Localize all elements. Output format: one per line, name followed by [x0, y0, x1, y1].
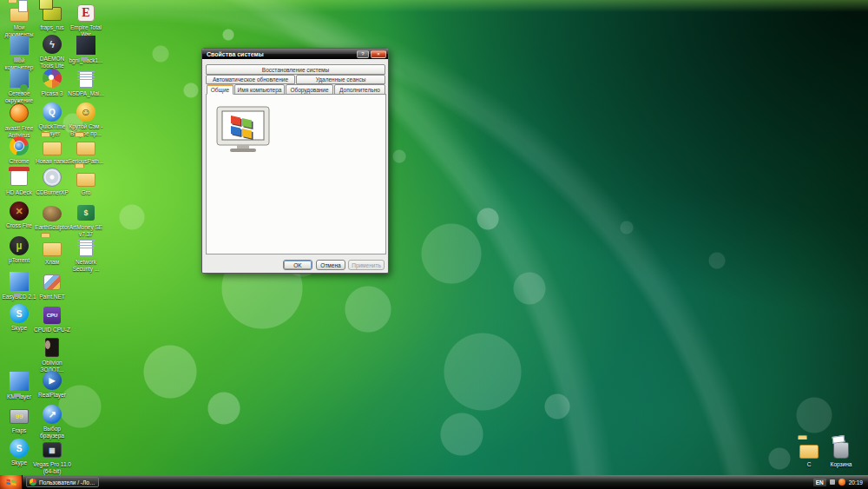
icon-label: Корзина	[822, 461, 860, 468]
desktop-icon-network-security[interactable]: Network Security ...	[67, 236, 105, 272]
cancel-button[interactable]: Отмена	[316, 260, 345, 270]
desktop-icon-bgni-track[interactable]: bgni_track1...	[67, 35, 105, 64]
windows-flag-monitor-graphic	[214, 106, 272, 156]
icon-label: Новая папка	[33, 158, 71, 165]
task-window-icon	[30, 479, 36, 486]
help-icon[interactable]: ?	[357, 50, 369, 58]
document-icon	[79, 70, 93, 88]
documents-folder-icon	[10, 8, 29, 22]
icon-label: Vegas Pro 11.0 (64-bit)	[33, 461, 71, 474]
wallpaper	[0, 0, 868, 489]
desktop-icon-seriouspath[interactable]: SeriousPath...	[67, 135, 105, 165]
desktop: Мои документы fraps_rus EEmpire Total Wa…	[0, 0, 868, 489]
system-tray: EN 20:19	[813, 479, 868, 486]
desktop-icon-daemon-tools[interactable]: ϟDAEMON Tools Lite	[33, 35, 71, 69]
language-indicator[interactable]: EN	[813, 479, 826, 486]
desktop-icon-serious-sam[interactable]: ☺Крутой Сэм - Второе пр...	[67, 102, 105, 136]
desktop-icon-recycle-bin[interactable]: Корзина	[822, 439, 860, 468]
system-properties-dialog: Свойства системы ? × Восстановление сист…	[201, 48, 389, 274]
tab-remote-sessions[interactable]: Удаленные сеансы	[296, 75, 385, 84]
dialog-title-bar[interactable]: Свойства системы ? ×	[202, 49, 388, 59]
taskbar-window-button[interactable]: Пользователи / -Лок...	[26, 477, 99, 487]
oblivion-icon	[45, 338, 59, 357]
fraps-rus-icon	[43, 7, 62, 21]
icon-label: Picasa 3	[33, 90, 71, 97]
daemon-tools-icon: ϟ	[43, 35, 62, 54]
apply-button[interactable]: Применить	[348, 260, 385, 270]
icon-label: NSDPA_Mai...	[67, 90, 105, 97]
browser-choice-icon: ↗	[43, 405, 62, 424]
folder-icon	[43, 142, 62, 155]
tab-system-restore[interactable]: Восстановление системы	[206, 64, 385, 75]
avast-tray-icon[interactable]	[838, 479, 845, 486]
kmplayer-icon	[10, 375, 29, 390]
skype-icon: S	[10, 439, 29, 458]
folder-icon	[799, 445, 819, 459]
dialog-title: Свойства системы	[207, 51, 355, 57]
icon-label: Крутой Сэм - Второе пр...	[67, 123, 105, 136]
cross-fire-icon: ✕	[10, 202, 29, 221]
paintnet-icon	[43, 274, 61, 290]
video-file-icon	[76, 39, 95, 54]
tab-general[interactable]: Общие	[207, 84, 233, 95]
icon-label: QuickTime Player	[33, 123, 71, 136]
icon-label: DAEMON Tools Lite	[33, 56, 71, 69]
avast-icon	[10, 103, 29, 122]
icon-label: SeriousPath...	[67, 158, 105, 165]
easybcd-icon	[10, 275, 29, 290]
desktop-icon-cdburnerxp[interactable]: CDBurnerXP	[33, 167, 71, 196]
artmoney-icon: $	[77, 205, 95, 221]
desktop-icon-browser-choice[interactable]: ↗Выбор браузера	[33, 405, 71, 439]
picasa-icon	[43, 69, 62, 88]
desktop-icon-fraps-rus[interactable]: fraps_rus	[33, 2, 71, 31]
start-button[interactable]	[0, 475, 23, 489]
recycle-bin-icon	[833, 442, 849, 459]
tab-advanced[interactable]: Дополнительно	[334, 84, 385, 95]
terrain-icon	[43, 206, 62, 221]
icon-label: fraps_rus	[33, 24, 71, 31]
folder-icon	[43, 242, 62, 256]
close-icon[interactable]: ×	[371, 50, 386, 58]
icon-label: Paint.NET	[33, 294, 71, 301]
desktop-icon-new-folder[interactable]: Новая папка	[33, 135, 71, 165]
desktop-icon-cpuz[interactable]: CPUCPUID CPU-Z	[33, 304, 71, 334]
desktop-icon-oblivion[interactable]: Oblivion ЗОЛОТ...	[33, 337, 71, 373]
taskbar-clock[interactable]: 20:19	[849, 479, 863, 486]
desktop-icon-picasa[interactable]: Picasa 3	[33, 68, 71, 97]
icon-label: RealPlayer	[33, 392, 71, 399]
desktop-icon-empire-total-war[interactable]: EEmpire Total War	[67, 2, 105, 37]
skype-icon: S	[10, 304, 29, 323]
icon-label: Хлам	[33, 259, 71, 266]
desktop-icon-realplayer[interactable]: ▶RealPlayer	[33, 371, 71, 399]
computer-icon	[10, 39, 29, 54]
tab-hardware[interactable]: Оборудование	[286, 84, 333, 95]
desktop-icon-artmoney[interactable]: $ArtMoney SE v7.37	[67, 202, 105, 237]
desktop-icon-vegas-pro[interactable]: ▦Vegas Pro 11.0 (64-bit)	[33, 439, 71, 474]
tray-icon[interactable]	[830, 479, 835, 485]
tab-automatic-updates[interactable]: Автоматическое обновление	[206, 75, 295, 84]
ok-button[interactable]: OK	[283, 260, 312, 270]
fraps-icon: 99	[10, 409, 29, 424]
chrome-icon	[10, 136, 29, 155]
hd-adeck-icon	[10, 170, 28, 186]
desktop-icon-nsdpa[interactable]: NSDPA_Mai...	[67, 68, 105, 97]
desktop-icon-gro[interactable]: Gro	[67, 167, 105, 196]
document-icon	[79, 239, 93, 256]
quicktime-icon: Q	[43, 102, 62, 122]
vegas-icon: ▦	[43, 442, 62, 458]
icon-label: ArtMoney SE v7.37	[67, 224, 105, 237]
realplayer-icon: ▶	[43, 371, 62, 390]
cd-disc-icon	[43, 168, 62, 187]
tab-computer-name[interactable]: Имя компьютера	[234, 84, 285, 95]
desktop-icon-earthsculptor[interactable]: EarthSculptor	[33, 202, 71, 231]
desktop-icon-quicktime[interactable]: QQuickTime Player	[33, 102, 71, 136]
windows-flag-icon	[6, 478, 16, 486]
desktop-icon-hlam[interactable]: Хлам	[33, 236, 71, 266]
empire-icon: E	[77, 4, 95, 22]
serious-sam-icon: ☺	[76, 102, 95, 122]
desktop-icon-paintnet[interactable]: Paint.NET	[33, 271, 71, 301]
network-icon	[10, 72, 29, 87]
task-window-title: Пользователи / -Лок...	[39, 479, 95, 486]
folder-icon	[76, 173, 95, 187]
icon-label: EarthSculptor	[33, 224, 71, 231]
